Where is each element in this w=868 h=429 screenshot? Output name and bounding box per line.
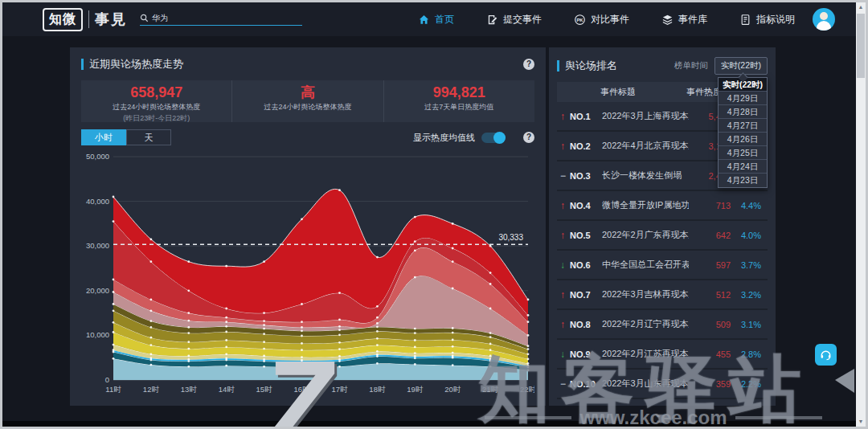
event-title: 2022年3月吉林再现本土确诊病例 — [602, 288, 689, 300]
app-window: 知微 事見 华为 首页提交事件PK对比事件事件库指标说明 近期舆论场热度走势 ?… — [0, 0, 868, 429]
tab-day[interactable]: 天 — [126, 129, 171, 145]
chart-controls: 小时天 显示热度均值线 ? — [81, 129, 534, 145]
event-library-icon — [661, 14, 674, 26]
event-title: 长沙一楼体发生倒塌 — [602, 170, 689, 182]
scroll-up-arrow[interactable]: ▲ — [856, 2, 866, 12]
rank-label: NO.9 — [570, 349, 602, 359]
event-title: 中华全国总工会召开表彰大会 — [602, 259, 689, 271]
nav-item-label: 对比事件 — [591, 13, 629, 27]
rank-label: NO.2 — [570, 141, 602, 151]
svg-text:19时: 19时 — [407, 385, 424, 394]
svg-text:0: 0 — [105, 375, 109, 384]
avg-line-toggle[interactable] — [481, 133, 506, 143]
ranking-row[interactable]: ↑NO.82022年2月辽宁再现本土确诊病例5093.1% — [557, 310, 768, 340]
logo-primary: 知微 — [43, 8, 83, 31]
scroll-down-arrow[interactable]: ▼ — [856, 417, 866, 427]
stat-label: 过去7天单日热度均值 — [384, 102, 534, 112]
bottom-bar — [2, 421, 856, 427]
dropdown-option-6[interactable]: 4月24日 — [719, 160, 767, 174]
dropdown-option-3[interactable]: 4月27日 — [719, 119, 767, 133]
event-title: 2022年2月广东再现本土确诊病例 — [602, 229, 689, 241]
search-value: 华为 — [152, 14, 168, 22]
trend-up-icon: ↑ — [557, 141, 570, 152]
search-input[interactable]: 华为 — [140, 14, 302, 26]
trend-flat-icon: − — [557, 170, 570, 182]
rank-label: NO.1 — [570, 112, 602, 121]
rank-label: NO.4 — [570, 201, 602, 210]
trend-flat-icon: − — [557, 378, 570, 390]
nav-item-2[interactable]: PK对比事件 — [574, 13, 629, 27]
ranking-row[interactable]: ↓NO.6中华全国总工会召开表彰大会5973.7% — [557, 251, 768, 280]
event-heat: 512 — [689, 290, 731, 300]
event-title: 2022年2月辽宁再现本土确诊病例 — [602, 318, 689, 330]
scrollbar-thumb[interactable] — [857, 14, 865, 78]
dropdown-option-1[interactable]: 4月29日 — [719, 92, 767, 105]
svg-text:PK: PK — [576, 17, 583, 22]
event-heat: 455 — [689, 349, 731, 359]
heat-trend-chart: 010,00020,00030,00040,00050,00030,33311时… — [81, 149, 534, 401]
user-avatar[interactable] — [813, 8, 835, 31]
svg-text:13时: 13时 — [181, 385, 198, 394]
stat-value: 994,821 — [384, 84, 534, 100]
stat-value: 658,947 — [81, 84, 231, 100]
trend-panel: 近期舆论场热度走势 ? 658,947过去24小时舆论场整体热度(昨日23时-今… — [70, 47, 546, 406]
metrics-doc-icon — [739, 14, 751, 26]
trend-up-icon: ↑ — [557, 111, 570, 122]
svg-text:11时: 11时 — [105, 385, 121, 394]
stat-value: 高 — [232, 84, 383, 100]
nav-item-label: 指标说明 — [756, 13, 795, 27]
nav-item-label: 事件库 — [678, 13, 707, 27]
back-to-top-arrow[interactable] — [835, 369, 854, 393]
headset-icon — [819, 348, 833, 362]
ranking-row[interactable]: ↑NO.72022年3月吉林再现本土确诊病例5123.2% — [557, 280, 768, 310]
nav-item-3[interactable]: 事件库 — [661, 13, 707, 27]
dropdown-option-0[interactable]: 实时(22时) — [719, 78, 767, 92]
event-percent: 4.0% — [731, 231, 768, 240]
event-percent: 2.8% — [731, 349, 768, 359]
trend-up-icon: ↑ — [557, 289, 570, 300]
stacked-area-chart: 010,00020,00030,00040,00050,00030,33311时… — [81, 149, 534, 401]
compare-pk-icon: PK — [574, 14, 586, 26]
nav-menu: 首页提交事件PK对比事件事件库指标说明 — [418, 13, 795, 27]
search-icon — [140, 14, 149, 22]
tab-hour[interactable]: 小时 — [81, 129, 126, 145]
help-question-icon[interactable]: ? — [523, 59, 534, 70]
svg-text:18时: 18时 — [369, 385, 386, 394]
event-heat: 597 — [689, 260, 731, 270]
stat-label: 过去24小时舆论场整体热度 — [232, 102, 383, 112]
event-heat: 713 — [689, 201, 731, 210]
event-title: 2022年3月山东再现本土确诊病例 — [602, 378, 689, 390]
rank-label: NO.8 — [570, 320, 602, 329]
dropdown-option-2[interactable]: 4月28日 — [719, 105, 767, 119]
trend-up-icon: ↑ — [557, 230, 570, 241]
svg-text:10,000: 10,000 — [86, 330, 109, 339]
page-scrollbar[interactable]: ▲ ▼ — [856, 2, 866, 427]
nav-item-4[interactable]: 指标说明 — [739, 13, 795, 27]
navbar: 知微 事見 华为 首页提交事件PK对比事件事件库指标说明 — [2, 2, 856, 36]
stat-block: 658,947过去24小时舆论场整体热度(昨日23时-今日22时) — [81, 80, 231, 122]
event-percent: 2.2% — [731, 379, 768, 389]
ranking-row[interactable]: ↑NO.4微博全量开放IP属地功能7134.4% — [557, 191, 768, 221]
nav-item-1[interactable]: 提交事件 — [486, 13, 542, 27]
logo-divider — [88, 10, 89, 28]
ranking-row[interactable]: ↓NO.92022年2月江苏再现本土确诊病例4552.8% — [557, 340, 768, 370]
event-percent: 3.7% — [731, 260, 768, 270]
nav-item-label: 提交事件 — [503, 13, 542, 27]
svg-text:12时: 12时 — [143, 385, 160, 394]
customer-service-button[interactable] — [815, 344, 837, 366]
stat-label: 过去24小时舆论场整体热度 — [81, 102, 231, 112]
time-select-button[interactable]: 实时(22时) — [714, 57, 768, 75]
dropdown-option-4[interactable]: 4月26日 — [719, 133, 767, 146]
ranking-row[interactable]: −NO.102022年3月山东再现本土确诊病例3592.2% — [557, 370, 768, 399]
svg-text:16时: 16时 — [293, 385, 310, 394]
help-question-icon[interactable]: ? — [523, 132, 534, 143]
svg-text:20时: 20时 — [444, 385, 461, 394]
ranking-panel: 舆论场排名 榜单时间 实时(22时) 事件标题 事件热度 ↑NO.12022年3… — [549, 47, 776, 406]
nav-item-home[interactable]: 首页 — [418, 13, 454, 27]
logo[interactable]: 知微 事見 — [43, 8, 127, 31]
dropdown-option-7[interactable]: 4月23日 — [719, 174, 767, 187]
dropdown-option-5[interactable]: 4月25日 — [719, 146, 767, 160]
ranking-row[interactable]: ↑NO.52022年2月广东再现本土确诊病例6424.0% — [557, 221, 768, 251]
time-dropdown-menu: 实时(22时)4月29日4月28日4月27日4月26日4月25日4月24日4月2… — [718, 77, 768, 188]
nav-item-label: 首页 — [435, 13, 454, 27]
